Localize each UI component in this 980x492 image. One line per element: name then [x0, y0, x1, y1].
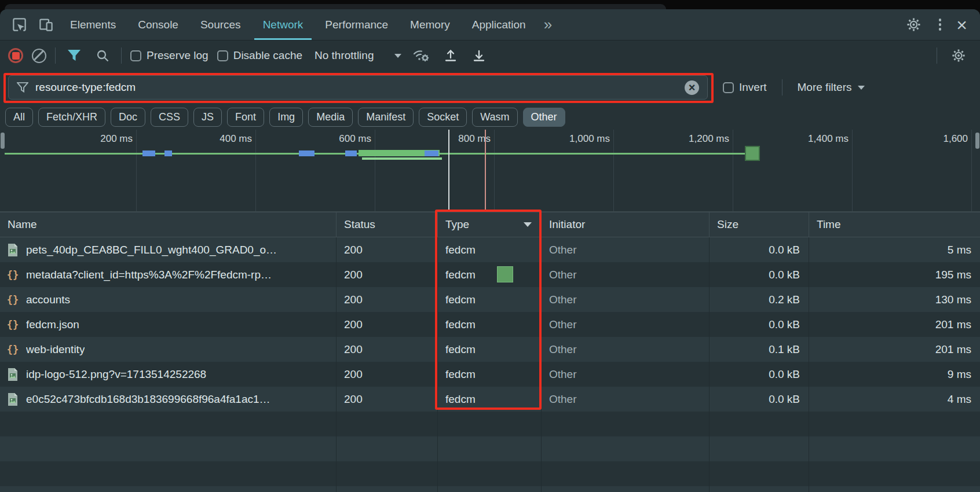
response-preview-swatch [497, 266, 513, 282]
tab-label: Network [263, 19, 303, 31]
chip-doc[interactable]: Doc [111, 108, 145, 127]
timeline-tick-label: 1,400 ms [779, 133, 849, 145]
chip-css[interactable]: CSS [151, 108, 188, 127]
initiator-cell: Other [541, 287, 709, 312]
chip-all[interactable]: All [5, 108, 33, 127]
invert-filter-checkbox[interactable]: Invert [723, 81, 767, 94]
checkbox-icon [130, 50, 141, 61]
table-row[interactable]: e0c52c473bfcdb168d3b183699668f96a4fa1ac1… [0, 387, 980, 412]
more-options-button[interactable] [933, 15, 948, 34]
tab-application[interactable]: Application [461, 9, 537, 40]
table-row[interactable]: accounts 200 fedcm Other 0.2 kB 130 ms [0, 287, 980, 312]
tab-console[interactable]: Console [127, 9, 189, 40]
timeline-tick-label: 400 ms [182, 133, 252, 145]
column-label: Size [717, 218, 738, 231]
tab-memory[interactable]: Memory [399, 9, 461, 40]
throttling-dropdown[interactable]: No throttling [315, 49, 401, 62]
devtools-tab-bar: Elements Console Sources Network Perform… [0, 9, 980, 41]
search-icon [96, 49, 109, 63]
request-name-cell: web-identity [0, 337, 336, 362]
column-header-initiator[interactable]: Initiator [541, 212, 709, 237]
chip-other[interactable]: Other [523, 108, 565, 127]
chip-media[interactable]: Media [308, 108, 353, 127]
invert-label: Invert [739, 81, 767, 94]
column-header-name[interactable]: Name [0, 212, 336, 237]
tab-sources[interactable]: Sources [189, 9, 252, 40]
settings-button[interactable] [901, 17, 927, 32]
table-row[interactable]: idp-logo-512.png?v=1713514252268 200 fed… [0, 362, 980, 387]
timeline-left-handle[interactable] [1, 133, 5, 149]
checkbox-icon [723, 82, 734, 93]
device-toolbar-button[interactable] [32, 9, 59, 40]
network-conditions-button[interactable] [410, 48, 432, 63]
table-row[interactable]: pets_40dp_CEA8BC_FILL0_wght400_GRAD0_o… … [0, 237, 980, 262]
request-name: accounts [26, 293, 70, 306]
more-tabs-button[interactable]: » [537, 9, 559, 40]
chip-font[interactable]: Font [227, 108, 264, 127]
column-header-time[interactable]: Time [809, 212, 980, 237]
filter-toggle-button[interactable] [64, 49, 84, 62]
tab-network[interactable]: Network [252, 9, 315, 40]
table-row[interactable]: fedcm.json 200 fedcm Other 0.0 kB 201 ms [0, 312, 980, 337]
chip-fetch-xhr[interactable]: Fetch/XHR [38, 108, 105, 127]
checkbox-icon [217, 50, 228, 61]
toolbar-divider [937, 47, 937, 64]
chip-label: Manifest [366, 111, 405, 123]
filter-input[interactable] [35, 81, 678, 94]
initiator-cell: Other [541, 237, 709, 262]
chip-socket[interactable]: Socket [419, 108, 467, 127]
chip-img[interactable]: Img [269, 108, 303, 127]
dot [939, 28, 942, 31]
search-button[interactable] [93, 49, 112, 63]
filter-bar: × Invert More filters [0, 71, 980, 104]
column-header-size[interactable]: Size [709, 212, 809, 237]
clear-filter-icon[interactable]: × [685, 80, 699, 95]
initiator-cell: Other [541, 337, 709, 362]
more-filters-dropdown[interactable]: More filters [798, 81, 865, 94]
network-overview-timeline[interactable]: 200 ms 400 ms 600 ms 800 ms 1,000 ms 1,2… [0, 130, 980, 212]
dot [939, 19, 942, 21]
record-network-log-button[interactable] [8, 48, 23, 63]
inspect-element-button[interactable] [6, 9, 32, 40]
table-row[interactable]: metadata?client_id=https%3A%2F%2Ffedcm-r… [0, 262, 980, 287]
export-har-button[interactable] [469, 49, 489, 63]
disable-cache-checkbox[interactable]: Disable cache [217, 49, 302, 62]
load-event-line [485, 130, 486, 211]
tab-label: Application [472, 19, 526, 31]
initiator-cell: Other [541, 362, 709, 387]
table-row[interactable]: web-identity 200 fedcm Other 0.1 kB 201 … [0, 337, 980, 362]
type-cell: fedcm [437, 387, 541, 412]
disable-cache-label: Disable cache [233, 49, 302, 62]
column-header-type[interactable]: Type [437, 212, 541, 237]
tab-performance[interactable]: Performance [314, 9, 399, 40]
request-name: pets_40dp_CEA8BC_FILL0_wght400_GRAD0_o… [26, 244, 277, 256]
status-cell: 200 [336, 287, 437, 312]
clear-network-log-button[interactable] [32, 49, 46, 63]
request-name-cell: idp-logo-512.png?v=1713514252268 [0, 362, 336, 387]
chip-manifest[interactable]: Manifest [358, 108, 414, 127]
time-cell: 5 ms [809, 237, 980, 262]
time-cell: 9 ms [809, 362, 980, 387]
network-settings-button[interactable] [945, 48, 972, 63]
chip-label: Fetch/XHR [46, 111, 97, 123]
chip-wasm[interactable]: Wasm [472, 108, 517, 127]
size-cell: 0.0 kB [709, 387, 809, 412]
timeline-right-handle[interactable] [975, 133, 979, 149]
request-name: idp-logo-512.png?v=1713514252268 [26, 368, 206, 381]
request-name-cell: accounts [0, 287, 336, 312]
size-cell: 0.0 kB [709, 262, 809, 287]
column-header-status[interactable]: Status [336, 212, 437, 237]
network-filter-field[interactable]: × [8, 75, 708, 100]
chevron-down-icon [858, 86, 865, 90]
close-devtools-button[interactable]: × [953, 16, 971, 34]
tab-elements[interactable]: Elements [59, 9, 127, 40]
preserve-log-checkbox[interactable]: Preserve log [130, 49, 209, 62]
throttling-value: No throttling [315, 49, 374, 62]
request-name-cell: pets_40dp_CEA8BC_FILL0_wght400_GRAD0_o… [0, 237, 336, 262]
type-value: fedcm [445, 269, 476, 281]
import-har-button[interactable] [441, 49, 460, 63]
json-file-icon [6, 267, 20, 282]
chip-js[interactable]: JS [193, 108, 222, 127]
sort-descending-icon [524, 222, 532, 227]
status-cell: 200 [336, 362, 437, 387]
